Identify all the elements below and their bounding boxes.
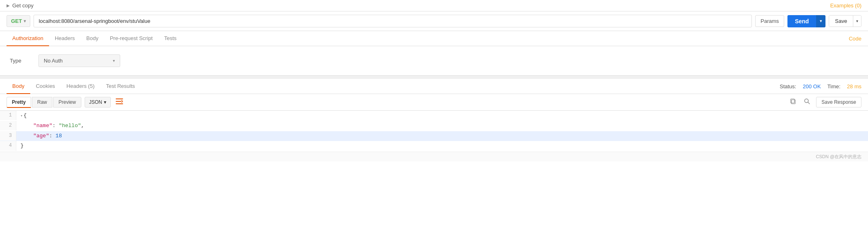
footer-text: CSDN @在风中的意志 [816,154,861,160]
tab-tests[interactable]: Tests [158,31,182,46]
line-content-2: "name": "hello", [16,121,868,131]
line-number-2: 2 [0,121,16,130]
request-tabs-left: Authorization Headers Body Pre-request S… [7,31,182,46]
response-tabs-bar: Body Cookies Headers (5) Test Results St… [0,79,868,94]
code-line-4: 4 } [0,141,868,151]
format-controls: Pretty Raw Preview JSON ▾ [7,96,126,108]
tab-authorization[interactable]: Authorization [7,31,49,46]
tab-body[interactable]: Body [81,31,104,46]
format-tab-raw[interactable]: Raw [32,97,52,107]
line-number-4: 4 [0,141,16,150]
request-tabs-bar: Authorization Headers Body Pre-request S… [0,31,868,46]
line-content-4: } [16,141,868,151]
params-button[interactable]: Params [755,15,784,27]
line-number-1: 1 [0,111,16,120]
time-value: 28 ms [847,83,861,90]
method-select[interactable]: GET ▾ [7,15,30,27]
url-bar: GET ▾ Params Send ▾ Save ▾ [0,11,868,31]
code-link[interactable]: Code [849,31,861,46]
get-copy-arrow-icon: ▶ [7,3,10,8]
response-tab-headers[interactable]: Headers (5) [61,79,101,94]
line-number-3: 3 [0,131,16,141]
svg-rect-0 [116,98,123,99]
save-response-button[interactable]: Save Response [816,97,861,107]
wrap-icon[interactable] [112,96,126,108]
json-type-label: JSON [89,99,102,105]
tab-headers[interactable]: Headers [49,31,81,46]
response-body-code: 1 ▾{ 2 "name": "hello", 3 "age": 18 4 } [0,111,868,152]
status-value: 200 OK [803,83,821,90]
auth-chevron-icon: ▾ [113,58,115,63]
examples-link[interactable]: Examples (0) [830,2,861,9]
tab-pre-request-script[interactable]: Pre-request Script [104,31,159,46]
format-bar: Pretty Raw Preview JSON ▾ [0,94,868,111]
json-type-select[interactable]: JSON ▾ [85,97,111,107]
response-tab-test-results[interactable]: Test Results [100,79,141,94]
svg-line-6 [808,102,810,104]
send-button[interactable]: Send [787,15,816,27]
response-status: Status: 200 OK Time: 28 ms [780,83,861,90]
format-tabs: Pretty Raw Preview [7,97,81,108]
search-button[interactable] [802,96,812,108]
code-line-3: 3 "age": 18 [0,131,868,141]
get-copy-section: ▶ Get copy [7,2,34,9]
format-tab-pretty[interactable]: Pretty [7,97,31,108]
auth-type-value: No Auth [44,58,63,64]
method-chevron-icon: ▾ [24,19,26,23]
auth-type-label: Type [10,58,30,64]
line-content-1: ▾{ [16,111,868,121]
code-line-1: 1 ▾{ [0,111,868,121]
response-tabs-left: Body Cookies Headers (5) Test Results [7,79,141,94]
get-copy-title: Get copy [12,2,34,9]
auth-type-select[interactable]: No Auth ▾ [38,54,120,67]
time-label: Time: [828,83,841,90]
collapse-arrow-icon[interactable]: ▾ [20,114,22,118]
copy-button[interactable] [788,96,798,108]
save-dropdown-button[interactable]: ▾ [853,16,861,27]
code-line-2: 2 "name": "hello", [0,121,868,131]
response-tab-cookies[interactable]: Cookies [30,79,61,94]
line-content-3: "age": 18 [16,131,868,141]
svg-rect-2 [116,103,123,104]
svg-rect-1 [116,101,121,102]
response-actions: Save Response [788,96,861,108]
auth-section: Type No Auth ▾ [0,46,868,76]
save-button[interactable]: Save [829,16,853,27]
footer: CSDN @在风中的意志 [0,152,868,161]
response-tab-body[interactable]: Body [7,79,30,94]
method-label: GET [11,18,22,24]
send-dropdown-button[interactable]: ▾ [816,15,825,27]
format-tab-preview[interactable]: Preview [53,97,81,107]
json-chevron-icon: ▾ [104,99,106,105]
url-input[interactable] [34,15,752,27]
send-group: Send ▾ [787,15,825,27]
separator [0,76,868,79]
save-group: Save ▾ [829,15,861,27]
status-label: Status: [780,83,796,90]
top-bar: ▶ Get copy Examples (0) [0,0,868,11]
